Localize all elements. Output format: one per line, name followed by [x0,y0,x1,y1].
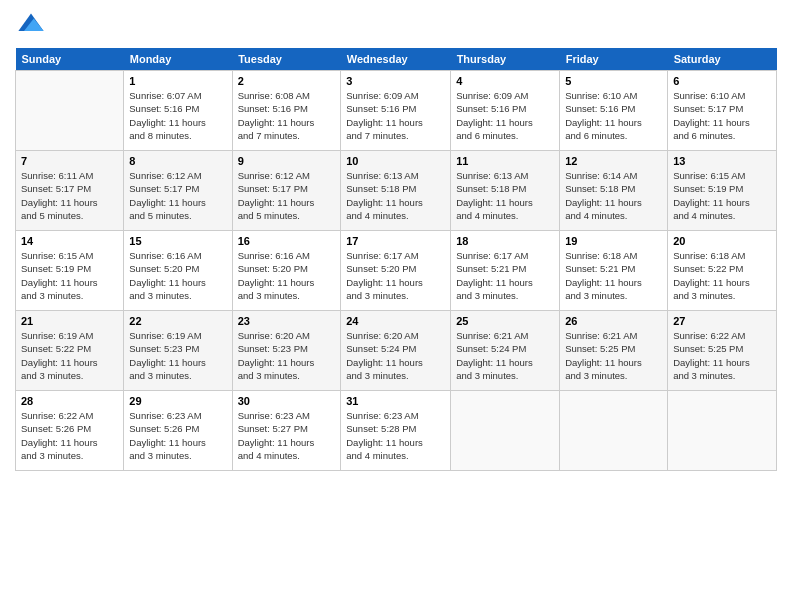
day-info: Sunrise: 6:12 AMSunset: 5:17 PMDaylight:… [238,169,336,222]
calendar-cell: 5Sunrise: 6:10 AMSunset: 5:16 PMDaylight… [560,71,668,151]
day-number: 24 [346,315,445,327]
logo [15,10,47,42]
weekday-header: Monday [124,48,232,71]
calendar-cell: 11Sunrise: 6:13 AMSunset: 5:18 PMDayligh… [451,151,560,231]
day-number: 26 [565,315,662,327]
day-info: Sunrise: 6:22 AMSunset: 5:25 PMDaylight:… [673,329,771,382]
day-info: Sunrise: 6:12 AMSunset: 5:17 PMDaylight:… [129,169,226,222]
day-info: Sunrise: 6:13 AMSunset: 5:18 PMDaylight:… [456,169,554,222]
day-info: Sunrise: 6:11 AMSunset: 5:17 PMDaylight:… [21,169,118,222]
calendar-cell: 7Sunrise: 6:11 AMSunset: 5:17 PMDaylight… [16,151,124,231]
day-number: 29 [129,395,226,407]
calendar-cell [560,391,668,471]
day-number: 12 [565,155,662,167]
calendar-cell: 8Sunrise: 6:12 AMSunset: 5:17 PMDaylight… [124,151,232,231]
day-number: 11 [456,155,554,167]
weekday-header: Wednesday [341,48,451,71]
day-info: Sunrise: 6:08 AMSunset: 5:16 PMDaylight:… [238,89,336,142]
calendar-cell: 30Sunrise: 6:23 AMSunset: 5:27 PMDayligh… [232,391,341,471]
day-number: 21 [21,315,118,327]
calendar-cell: 24Sunrise: 6:20 AMSunset: 5:24 PMDayligh… [341,311,451,391]
calendar-cell: 19Sunrise: 6:18 AMSunset: 5:21 PMDayligh… [560,231,668,311]
day-number: 25 [456,315,554,327]
day-number: 18 [456,235,554,247]
day-info: Sunrise: 6:15 AMSunset: 5:19 PMDaylight:… [21,249,118,302]
day-number: 15 [129,235,226,247]
day-number: 7 [21,155,118,167]
calendar-cell: 12Sunrise: 6:14 AMSunset: 5:18 PMDayligh… [560,151,668,231]
day-number: 30 [238,395,336,407]
calendar-cell: 28Sunrise: 6:22 AMSunset: 5:26 PMDayligh… [16,391,124,471]
day-info: Sunrise: 6:21 AMSunset: 5:24 PMDaylight:… [456,329,554,382]
day-number: 6 [673,75,771,87]
calendar-header: SundayMondayTuesdayWednesdayThursdayFrid… [16,48,777,71]
day-info: Sunrise: 6:10 AMSunset: 5:17 PMDaylight:… [673,89,771,142]
calendar-cell [16,71,124,151]
day-number: 9 [238,155,336,167]
calendar-cell: 31Sunrise: 6:23 AMSunset: 5:28 PMDayligh… [341,391,451,471]
day-info: Sunrise: 6:17 AMSunset: 5:21 PMDaylight:… [456,249,554,302]
calendar-cell: 26Sunrise: 6:21 AMSunset: 5:25 PMDayligh… [560,311,668,391]
day-number: 1 [129,75,226,87]
calendar-cell: 20Sunrise: 6:18 AMSunset: 5:22 PMDayligh… [668,231,777,311]
weekday-header: Tuesday [232,48,341,71]
calendar-cell: 1Sunrise: 6:07 AMSunset: 5:16 PMDaylight… [124,71,232,151]
calendar-table: SundayMondayTuesdayWednesdayThursdayFrid… [15,48,777,471]
day-info: Sunrise: 6:07 AMSunset: 5:16 PMDaylight:… [129,89,226,142]
calendar-cell: 4Sunrise: 6:09 AMSunset: 5:16 PMDaylight… [451,71,560,151]
day-number: 17 [346,235,445,247]
day-info: Sunrise: 6:23 AMSunset: 5:27 PMDaylight:… [238,409,336,462]
day-info: Sunrise: 6:19 AMSunset: 5:23 PMDaylight:… [129,329,226,382]
calendar-cell: 6Sunrise: 6:10 AMSunset: 5:17 PMDaylight… [668,71,777,151]
day-number: 20 [673,235,771,247]
day-info: Sunrise: 6:13 AMSunset: 5:18 PMDaylight:… [346,169,445,222]
day-number: 19 [565,235,662,247]
calendar-cell: 15Sunrise: 6:16 AMSunset: 5:20 PMDayligh… [124,231,232,311]
day-number: 27 [673,315,771,327]
calendar-week-row: 14Sunrise: 6:15 AMSunset: 5:19 PMDayligh… [16,231,777,311]
day-number: 23 [238,315,336,327]
logo-icon [17,10,45,38]
page-header [15,10,777,42]
day-info: Sunrise: 6:15 AMSunset: 5:19 PMDaylight:… [673,169,771,222]
day-info: Sunrise: 6:18 AMSunset: 5:22 PMDaylight:… [673,249,771,302]
day-number: 2 [238,75,336,87]
calendar-cell: 13Sunrise: 6:15 AMSunset: 5:19 PMDayligh… [668,151,777,231]
day-number: 28 [21,395,118,407]
day-info: Sunrise: 6:14 AMSunset: 5:18 PMDaylight:… [565,169,662,222]
calendar-cell: 14Sunrise: 6:15 AMSunset: 5:19 PMDayligh… [16,231,124,311]
day-info: Sunrise: 6:10 AMSunset: 5:16 PMDaylight:… [565,89,662,142]
day-number: 16 [238,235,336,247]
day-info: Sunrise: 6:19 AMSunset: 5:22 PMDaylight:… [21,329,118,382]
calendar-cell: 18Sunrise: 6:17 AMSunset: 5:21 PMDayligh… [451,231,560,311]
day-info: Sunrise: 6:09 AMSunset: 5:16 PMDaylight:… [456,89,554,142]
day-info: Sunrise: 6:20 AMSunset: 5:24 PMDaylight:… [346,329,445,382]
calendar-cell: 25Sunrise: 6:21 AMSunset: 5:24 PMDayligh… [451,311,560,391]
day-info: Sunrise: 6:20 AMSunset: 5:23 PMDaylight:… [238,329,336,382]
calendar-body: 1Sunrise: 6:07 AMSunset: 5:16 PMDaylight… [16,71,777,471]
day-info: Sunrise: 6:22 AMSunset: 5:26 PMDaylight:… [21,409,118,462]
weekday-header: Friday [560,48,668,71]
calendar-cell: 10Sunrise: 6:13 AMSunset: 5:18 PMDayligh… [341,151,451,231]
calendar-cell [451,391,560,471]
page-container: SundayMondayTuesdayWednesdayThursdayFrid… [0,0,792,481]
calendar-cell: 27Sunrise: 6:22 AMSunset: 5:25 PMDayligh… [668,311,777,391]
day-info: Sunrise: 6:16 AMSunset: 5:20 PMDaylight:… [129,249,226,302]
day-number: 5 [565,75,662,87]
day-number: 22 [129,315,226,327]
calendar-cell: 16Sunrise: 6:16 AMSunset: 5:20 PMDayligh… [232,231,341,311]
calendar-week-row: 28Sunrise: 6:22 AMSunset: 5:26 PMDayligh… [16,391,777,471]
day-number: 8 [129,155,226,167]
calendar-cell: 23Sunrise: 6:20 AMSunset: 5:23 PMDayligh… [232,311,341,391]
calendar-cell: 29Sunrise: 6:23 AMSunset: 5:26 PMDayligh… [124,391,232,471]
calendar-week-row: 1Sunrise: 6:07 AMSunset: 5:16 PMDaylight… [16,71,777,151]
day-info: Sunrise: 6:21 AMSunset: 5:25 PMDaylight:… [565,329,662,382]
weekday-row: SundayMondayTuesdayWednesdayThursdayFrid… [16,48,777,71]
calendar-cell: 17Sunrise: 6:17 AMSunset: 5:20 PMDayligh… [341,231,451,311]
calendar-week-row: 7Sunrise: 6:11 AMSunset: 5:17 PMDaylight… [16,151,777,231]
day-info: Sunrise: 6:23 AMSunset: 5:28 PMDaylight:… [346,409,445,462]
day-number: 31 [346,395,445,407]
day-info: Sunrise: 6:18 AMSunset: 5:21 PMDaylight:… [565,249,662,302]
calendar-cell [668,391,777,471]
day-number: 13 [673,155,771,167]
